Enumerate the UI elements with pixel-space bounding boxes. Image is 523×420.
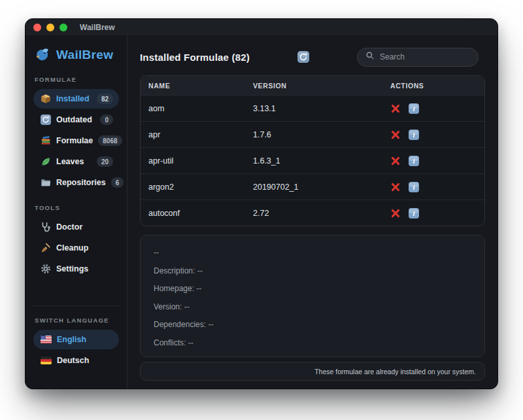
- table-header-row: NAMEVERSIONACTIONS: [141, 76, 484, 95]
- formula-name-cell: apr: [148, 130, 253, 139]
- remove-icon: [390, 103, 401, 114]
- stethoscope-icon: [41, 222, 51, 232]
- uninstall-button[interactable]: [390, 156, 401, 166]
- formula-name-cell: apr-util: [148, 156, 253, 166]
- broom-icon: [41, 243, 51, 253]
- sidebar-item-english[interactable]: English: [33, 330, 119, 349]
- leaf-icon: [41, 156, 51, 167]
- table-row[interactable]: autoconf2.72i: [141, 200, 484, 226]
- actions-cell: i: [390, 182, 474, 192]
- details-line: --: [154, 248, 471, 257]
- sidebar-item-label: Leaves: [56, 157, 84, 166]
- count-badge: 20: [97, 156, 113, 167]
- sidebar-item-label: Installed: [56, 94, 90, 103]
- remove-icon: [390, 130, 401, 140]
- package-icon: [41, 94, 51, 104]
- formula-name-cell: aom: [148, 104, 253, 113]
- zoom-button[interactable]: [59, 24, 67, 31]
- sidebar-item-outdated[interactable]: Outdated0: [33, 110, 119, 130]
- sidebar-item-label: English: [57, 335, 86, 344]
- sidebar-item-formulae[interactable]: Formulae8068: [33, 131, 119, 150]
- info-icon: i: [409, 103, 419, 114]
- info-icon: i: [409, 182, 419, 192]
- info-button[interactable]: i: [409, 103, 419, 114]
- refresh-button[interactable]: [297, 51, 309, 63]
- remove-icon: [390, 182, 401, 192]
- details-line: Conflicts: --: [154, 338, 471, 347]
- sidebar-item-deutsch[interactable]: Deutsch: [33, 351, 119, 370]
- search-input[interactable]: [380, 52, 470, 61]
- details-line: Description: --: [154, 266, 471, 275]
- sidebar-item-label: Formulae: [56, 136, 93, 145]
- sidebar-sections: FORMULAEInstalled82Outdated0Formulae8068…: [33, 65, 119, 372]
- main-panel: Installed Formulae (82) NAMEVERSIONACTIO…: [127, 35, 498, 389]
- info-button[interactable]: i: [409, 208, 419, 219]
- formula-version-cell: 2.72: [253, 209, 390, 218]
- table-row[interactable]: argon220190702_1i: [141, 173, 484, 200]
- sidebar-item-doctor[interactable]: Doctor: [33, 217, 119, 237]
- titlebar: WailBrew: [25, 19, 498, 35]
- section-label: SWITCH LANGUAGE: [35, 317, 118, 324]
- table-row[interactable]: apr-util1.6.3_1i: [141, 147, 484, 173]
- count-badge: 82: [97, 94, 113, 104]
- info-button[interactable]: i: [409, 130, 419, 140]
- status-text: These formulae are already installed on …: [314, 368, 476, 376]
- table-row[interactable]: aom3.13.1i: [141, 95, 484, 121]
- section-label: FORMULAE: [35, 76, 118, 83]
- count-badge: 8068: [98, 135, 122, 146]
- sidebar-section-tools: TOOLSDoctorCleanupSettings: [33, 194, 119, 280]
- table-row[interactable]: apr1.7.6i: [141, 121, 484, 147]
- count-badge: 0: [100, 114, 113, 125]
- actions-cell: i: [390, 208, 474, 219]
- search-box[interactable]: [357, 48, 479, 67]
- remove-icon: [390, 208, 401, 219]
- column-header-actions: ACTIONS: [390, 82, 474, 90]
- sidebar-item-installed[interactable]: Installed82: [33, 89, 119, 109]
- section-label: TOOLS: [35, 204, 118, 211]
- sidebar-item-label: Settings: [56, 264, 88, 273]
- us-flag-icon: [41, 336, 52, 343]
- formula-name-cell: autoconf: [148, 209, 253, 218]
- refresh-icon: [41, 114, 51, 125]
- info-icon: i: [409, 130, 419, 140]
- uninstall-button[interactable]: [390, 130, 401, 140]
- column-header-name: NAME: [148, 82, 253, 90]
- table-body: aom3.13.1iapr1.7.6iapr-util1.6.3_1iargon…: [141, 95, 484, 226]
- sidebar-section-switch-language: SWITCH LANGUAGEEnglishDeutsch: [33, 306, 119, 372]
- uninstall-button[interactable]: [390, 103, 401, 114]
- sidebar-item-settings[interactable]: Settings: [33, 259, 119, 279]
- info-icon: i: [409, 156, 419, 166]
- sidebar-item-leaves[interactable]: Leaves20: [33, 152, 119, 171]
- actions-cell: i: [390, 156, 474, 166]
- sidebar-item-cleanup[interactable]: Cleanup: [33, 238, 119, 258]
- formula-version-cell: 1.7.6: [253, 130, 390, 139]
- status-bar: These formulae are already installed on …: [140, 362, 485, 381]
- page-title: Installed Formulae (82): [140, 52, 250, 63]
- sidebar-item-repositories[interactable]: Repositories6: [33, 173, 119, 192]
- actions-cell: i: [390, 130, 474, 140]
- sidebar-item-label: Outdated: [56, 115, 92, 124]
- uninstall-button[interactable]: [390, 182, 401, 192]
- column-header-version: VERSION: [253, 82, 390, 90]
- formulae-table: NAMEVERSIONACTIONS aom3.13.1iapr1.7.6iap…: [140, 75, 485, 226]
- formula-version-cell: 20190702_1: [253, 183, 390, 192]
- uninstall-button[interactable]: [390, 208, 401, 219]
- close-button[interactable]: [33, 24, 41, 31]
- search-icon: [365, 51, 375, 63]
- actions-cell: i: [390, 103, 474, 114]
- main-header: Installed Formulae (82): [140, 47, 485, 67]
- sidebar-item-label: Cleanup: [56, 243, 88, 253]
- sidebar-item-label: Repositories: [56, 178, 106, 187]
- minimize-button[interactable]: [46, 24, 54, 31]
- details-line: Homepage: --: [154, 284, 471, 293]
- info-button[interactable]: i: [409, 182, 419, 192]
- de-flag-icon: [41, 357, 52, 364]
- formula-version-cell: 1.6.3_1: [253, 156, 390, 166]
- app-window: WailBrew WailBrew FORMULAEInstalled82Out…: [25, 18, 498, 389]
- details-line: Version: --: [154, 302, 471, 311]
- app-name: WailBrew: [56, 48, 113, 62]
- formula-name-cell: argon2: [148, 183, 253, 192]
- info-button[interactable]: i: [409, 156, 419, 166]
- app-body: WailBrew FORMULAEInstalled82Outdated0For…: [25, 35, 498, 389]
- sidebar: WailBrew FORMULAEInstalled82Outdated0For…: [25, 35, 127, 389]
